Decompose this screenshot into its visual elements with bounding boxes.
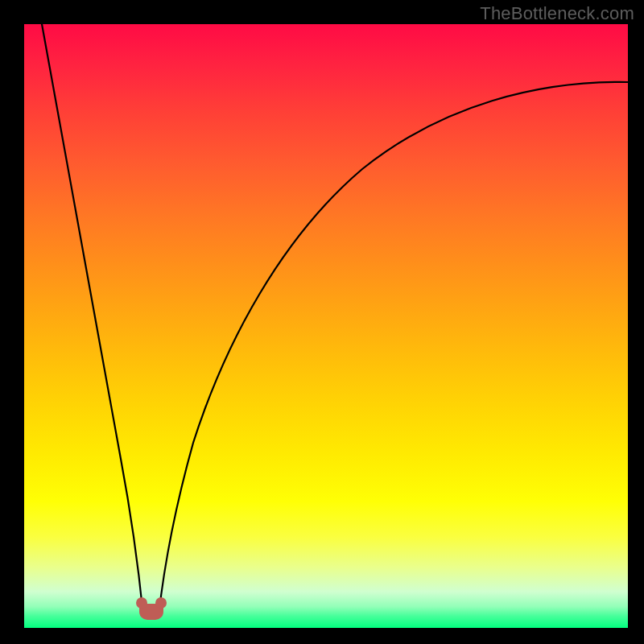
curve-right-branch (159, 82, 628, 616)
chart-plot-area (24, 24, 628, 628)
bottleneck-curve (24, 24, 628, 628)
curve-left-branch (42, 24, 143, 616)
optimal-zone-right-dot (155, 597, 167, 609)
watermark-text: TheBottleneck.com (480, 3, 634, 24)
optimal-zone-left-dot (136, 597, 147, 609)
